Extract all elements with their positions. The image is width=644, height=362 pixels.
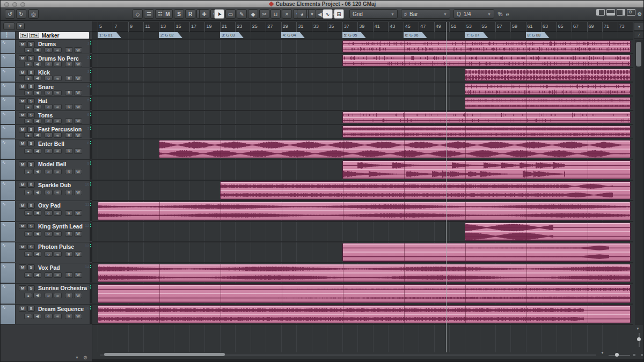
track-header-snare[interactable]: ∿4MSSnare●◀℮∞RW bbox=[1, 83, 92, 97]
audio-clip[interactable] bbox=[465, 223, 631, 241]
solo-button[interactable]: S bbox=[27, 161, 35, 167]
mute-button[interactable]: M bbox=[19, 203, 26, 209]
edit-channel-button[interactable]: ℮ bbox=[45, 252, 53, 257]
solo-button[interactable]: S bbox=[27, 98, 35, 104]
audio-clip[interactable] bbox=[98, 284, 631, 303]
write-automation-button[interactable]: W bbox=[74, 169, 82, 174]
lock-button[interactable]: ∞ bbox=[54, 210, 62, 216]
lock-button[interactable]: ∞ bbox=[54, 314, 62, 319]
split-tool-button[interactable]: ✂ bbox=[259, 9, 269, 19]
cycle-marker-flag[interactable]: 3: G 03 bbox=[220, 32, 244, 38]
record-enable-button[interactable]: ● bbox=[24, 210, 32, 216]
ruler-options-button[interactable]: ▼ bbox=[634, 22, 644, 31]
audio-clip[interactable] bbox=[465, 83, 631, 95]
mute-all-button[interactable]: M bbox=[163, 9, 173, 19]
record-enable-button[interactable]: ● bbox=[24, 47, 32, 53]
color-tool-button[interactable]: ◕ bbox=[297, 9, 307, 19]
monitor-button[interactable]: ◀ bbox=[33, 104, 41, 109]
audio-clip[interactable] bbox=[159, 140, 631, 159]
titlebar[interactable]: Cubase Elements Project - 06 120 GMaj bbox=[1, 1, 644, 8]
mute-button[interactable]: M bbox=[19, 244, 26, 250]
read-automation-button[interactable]: R bbox=[65, 272, 73, 278]
write-automation-button[interactable]: W bbox=[74, 47, 82, 53]
edit-channel-button[interactable]: ℮ bbox=[45, 314, 53, 319]
edit-channel-button[interactable]: ℮ bbox=[45, 132, 53, 138]
track-header-photon-pulse[interactable]: ∿13MSPhoton Pulse●◀℮∞RW bbox=[1, 242, 92, 263]
monitor-button[interactable]: ◀ bbox=[33, 231, 41, 237]
solo-button[interactable]: S bbox=[27, 41, 35, 47]
edit-channel-button[interactable]: ℮ bbox=[45, 272, 53, 278]
lock-button[interactable]: ∞ bbox=[54, 47, 62, 53]
mute-button[interactable]: M bbox=[19, 98, 26, 104]
track-header-toms[interactable]: ∿6MSToms●◀℮∞RW bbox=[1, 111, 92, 125]
cycle-marker-flag[interactable]: 7: G 07 bbox=[465, 32, 488, 38]
edit-channel-button[interactable]: ℮ bbox=[45, 149, 53, 154]
write-automation-button[interactable]: W bbox=[74, 90, 82, 95]
cycle-marker-flag[interactable]: 1: G 01 bbox=[98, 32, 121, 38]
read-automation-button[interactable]: R bbox=[65, 231, 73, 237]
horizontal-zoom-slider[interactable] bbox=[609, 355, 630, 356]
constrain-delay-button[interactable]: ◎ bbox=[28, 9, 39, 19]
write-automation-button[interactable]: W bbox=[74, 132, 82, 138]
solo-button[interactable]: S bbox=[27, 285, 35, 291]
lock-button[interactable]: ∞ bbox=[54, 149, 62, 154]
edit-channel-button[interactable]: ℮ bbox=[45, 90, 53, 95]
setup-zone-button[interactable]: ⚙ bbox=[627, 9, 635, 16]
track-header-model-bell[interactable]: ∿9MSModel Bell●◀℮∞RW bbox=[1, 160, 92, 181]
cycle-marker-flag[interactable]: 4: G 04 bbox=[281, 32, 305, 38]
marker-track-header[interactable]: ┆ T+ TT+ Marker bbox=[1, 32, 92, 40]
mute-button[interactable]: M bbox=[19, 70, 26, 76]
horizontal-zoom-slider-thumb[interactable] bbox=[615, 353, 619, 357]
write-automation-button[interactable]: W bbox=[74, 231, 82, 237]
triplet-quantize-button[interactable]: % bbox=[496, 9, 504, 19]
cycle-marker-flag[interactable]: 6: G 06 bbox=[404, 32, 427, 38]
track-header-drums[interactable]: ∿1MSDrums●◀℮∞RW bbox=[1, 40, 92, 54]
grid-type-select[interactable]: ♯ Bar ▼ bbox=[401, 9, 450, 19]
lock-button[interactable]: ∞ bbox=[54, 272, 62, 278]
activate-project-button[interactable]: ◇ bbox=[133, 9, 143, 19]
write-automation-button[interactable]: W bbox=[74, 119, 82, 124]
track-header-fast-percussion[interactable]: ∿7MSFast Percussion●◀℮∞RW bbox=[1, 125, 92, 139]
read-automation-button[interactable]: R bbox=[65, 90, 73, 95]
audio-clip[interactable] bbox=[465, 69, 631, 81]
read-automation-button[interactable]: R bbox=[65, 119, 73, 124]
read-automation-button[interactable]: R bbox=[65, 293, 73, 298]
record-enable-button[interactable]: ● bbox=[24, 272, 32, 278]
write-automation-button[interactable]: W bbox=[74, 210, 82, 216]
audio-clip[interactable] bbox=[220, 181, 631, 200]
timeline-ruler[interactable]: 5791113151719212325272931333537394143454… bbox=[92, 22, 633, 32]
lock-button[interactable]: ∞ bbox=[54, 132, 62, 138]
mute-button[interactable]: M bbox=[19, 223, 26, 229]
toolbar-setup-gear-icon[interactable]: ⚙ bbox=[636, 9, 643, 19]
lock-button[interactable]: ∞ bbox=[54, 190, 62, 195]
edit-channel-button[interactable]: ℮ bbox=[45, 119, 53, 124]
track-header-vox-pad[interactable]: ∿14MSVox Pad●◀℮∞RW bbox=[1, 263, 92, 284]
object-selection-tool-button[interactable]: ➤ bbox=[214, 9, 224, 19]
glue-tool-button[interactable]: ⊔ bbox=[270, 9, 281, 19]
read-automation-button[interactable]: R bbox=[65, 210, 73, 216]
horizontal-scrollbar-thumb[interactable] bbox=[104, 353, 225, 356]
zoom-in-button[interactable] bbox=[641, 354, 643, 356]
track-visibility-button[interactable]: ☰ bbox=[144, 9, 154, 19]
track-scale-dropdown[interactable]: ▼ bbox=[75, 356, 79, 359]
audio-clip[interactable] bbox=[98, 202, 631, 220]
lower-zone-button[interactable] bbox=[606, 9, 615, 16]
lock-button[interactable]: ∞ bbox=[54, 293, 62, 298]
undo-button[interactable]: ↺ bbox=[5, 9, 15, 19]
read-automation-button[interactable]: R bbox=[65, 169, 73, 174]
edit-channel-button[interactable]: ℮ bbox=[45, 293, 53, 298]
record-enable-button[interactable]: ● bbox=[24, 62, 32, 67]
write-automation-button[interactable]: W bbox=[74, 293, 82, 298]
monitor-button[interactable]: ◀ bbox=[33, 252, 41, 257]
read-automation-button[interactable]: R bbox=[65, 190, 73, 195]
mute-button[interactable]: M bbox=[19, 285, 26, 291]
add-marker-button[interactable]: T+ bbox=[20, 33, 28, 38]
monitor-button[interactable]: ◀ bbox=[33, 210, 41, 216]
record-enable-button[interactable]: ● bbox=[24, 231, 32, 237]
mute-button[interactable]: M bbox=[19, 141, 26, 146]
audio-clip[interactable] bbox=[342, 160, 631, 179]
lock-button[interactable]: ∞ bbox=[54, 119, 62, 124]
cycle-marker-flag[interactable]: 2: G 02 bbox=[159, 32, 182, 38]
write-automation-button[interactable]: W bbox=[74, 314, 82, 319]
vertical-scrollbar[interactable] bbox=[635, 40, 643, 325]
